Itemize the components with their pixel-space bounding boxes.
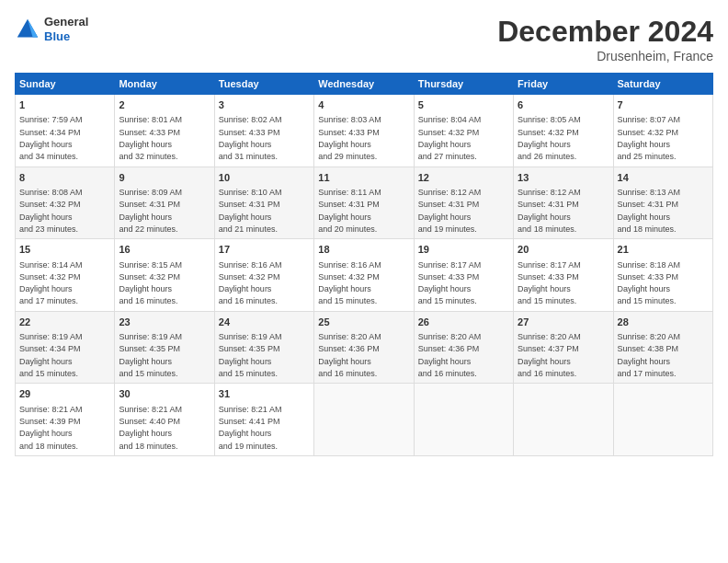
day-info: Sunrise: 8:16 AMSunset: 4:32 PMDaylight … [219,260,282,306]
day-number: 30 [119,387,210,401]
table-row: 17 Sunrise: 8:16 AMSunset: 4:32 PMDaylig… [214,239,313,312]
table-row [314,384,414,456]
day-info: Sunrise: 8:21 AMSunset: 4:41 PMDaylight … [219,405,282,451]
logo-text: General Blue [44,15,88,43]
day-number: 4 [318,98,409,112]
table-row: 16 Sunrise: 8:15 AMSunset: 4:32 PMDaylig… [115,239,214,312]
logo-icon [15,17,40,42]
table-row: 19 Sunrise: 8:17 AMSunset: 4:33 PMDaylig… [414,239,513,312]
table-row: 21 Sunrise: 8:18 AMSunset: 4:33 PMDaylig… [613,239,712,312]
day-number: 13 [518,171,609,185]
day-number: 7 [618,98,709,112]
page-title: December 2024 [497,15,713,49]
day-info: Sunrise: 8:17 AMSunset: 4:33 PMDaylight … [518,260,581,306]
day-number: 12 [418,171,509,185]
title-block: December 2024 Drusenheim, France [497,15,713,63]
calendar-week-row: 22 Sunrise: 8:19 AMSunset: 4:34 PMDaylig… [16,311,713,384]
day-number: 11 [318,171,409,185]
table-row: 13 Sunrise: 8:12 AMSunset: 4:31 PMDaylig… [514,167,613,239]
col-sunday: Sunday [16,74,115,95]
table-row: 22 Sunrise: 8:19 AMSunset: 4:34 PMDaylig… [16,311,115,384]
day-info: Sunrise: 8:20 AMSunset: 4:38 PMDaylight … [618,332,681,378]
table-row: 1 Sunrise: 7:59 AMSunset: 4:34 PMDayligh… [16,95,115,167]
page-subtitle: Drusenheim, France [497,49,713,63]
table-row: 24 Sunrise: 8:19 AMSunset: 4:35 PMDaylig… [214,311,313,384]
day-info: Sunrise: 8:10 AMSunset: 4:31 PMDaylight … [219,188,282,234]
table-row: 9 Sunrise: 8:09 AMSunset: 4:31 PMDayligh… [115,167,214,239]
table-row: 7 Sunrise: 8:07 AMSunset: 4:32 PMDayligh… [613,95,712,167]
col-thursday: Thursday [414,74,513,95]
day-number: 1 [19,98,110,112]
day-info: Sunrise: 8:12 AMSunset: 4:31 PMDaylight … [518,188,581,234]
table-row: 15 Sunrise: 8:14 AMSunset: 4:32 PMDaylig… [16,239,115,312]
day-number: 23 [119,316,210,329]
day-info: Sunrise: 8:21 AMSunset: 4:40 PMDaylight … [119,405,182,451]
table-row: 5 Sunrise: 8:04 AMSunset: 4:32 PMDayligh… [414,95,513,167]
table-row: 12 Sunrise: 8:12 AMSunset: 4:31 PMDaylig… [414,167,513,239]
table-row: 29 Sunrise: 8:21 AMSunset: 4:39 PMDaylig… [16,384,115,456]
col-wednesday: Wednesday [314,74,414,95]
day-number: 20 [518,243,609,257]
day-info: Sunrise: 8:05 AMSunset: 4:32 PMDaylight … [518,115,581,161]
table-row: 30 Sunrise: 8:21 AMSunset: 4:40 PMDaylig… [115,384,214,456]
day-number: 29 [19,387,110,401]
day-number: 22 [19,316,110,329]
table-row: 10 Sunrise: 8:10 AMSunset: 4:31 PMDaylig… [214,167,313,239]
day-number: 8 [19,171,110,185]
day-info: Sunrise: 8:17 AMSunset: 4:33 PMDaylight … [418,260,482,306]
table-row [414,384,513,456]
day-info: Sunrise: 8:09 AMSunset: 4:31 PMDaylight … [119,188,182,234]
day-info: Sunrise: 8:11 AMSunset: 4:31 PMDaylight … [318,188,381,234]
day-info: Sunrise: 8:07 AMSunset: 4:32 PMDaylight … [618,115,681,161]
table-row: 26 Sunrise: 8:20 AMSunset: 4:36 PMDaylig… [414,311,513,384]
day-number: 26 [418,316,509,329]
day-number: 21 [618,243,709,257]
day-info: Sunrise: 8:13 AMSunset: 4:31 PMDaylight … [618,188,681,234]
day-number: 18 [318,243,409,257]
header: General Blue December 2024 Drusenheim, F… [15,15,713,63]
day-number: 16 [119,243,210,257]
day-number: 31 [219,387,310,401]
day-number: 14 [618,171,709,185]
table-row: 2 Sunrise: 8:01 AMSunset: 4:33 PMDayligh… [115,95,214,167]
col-monday: Monday [115,74,214,95]
day-info: Sunrise: 8:16 AMSunset: 4:32 PMDaylight … [318,260,381,306]
calendar-week-row: 29 Sunrise: 8:21 AMSunset: 4:39 PMDaylig… [16,384,713,456]
day-info: Sunrise: 8:18 AMSunset: 4:33 PMDaylight … [618,260,681,306]
calendar-table: Sunday Monday Tuesday Wednesday Thursday… [15,73,713,456]
table-row: 6 Sunrise: 8:05 AMSunset: 4:32 PMDayligh… [514,95,613,167]
table-row: 18 Sunrise: 8:16 AMSunset: 4:32 PMDaylig… [314,239,414,312]
day-number: 28 [618,316,709,329]
table-row: 11 Sunrise: 8:11 AMSunset: 4:31 PMDaylig… [314,167,414,239]
day-info: Sunrise: 8:08 AMSunset: 4:32 PMDaylight … [19,188,83,234]
table-row: 20 Sunrise: 8:17 AMSunset: 4:33 PMDaylig… [514,239,613,312]
day-number: 9 [119,171,210,185]
day-number: 27 [518,316,609,329]
col-friday: Friday [514,74,613,95]
day-info: Sunrise: 8:21 AMSunset: 4:39 PMDaylight … [19,405,83,451]
table-row: 3 Sunrise: 8:02 AMSunset: 4:33 PMDayligh… [214,95,313,167]
table-row: 23 Sunrise: 8:19 AMSunset: 4:35 PMDaylig… [115,311,214,384]
day-info: Sunrise: 8:20 AMSunset: 4:37 PMDaylight … [518,332,581,378]
day-number: 10 [219,171,310,185]
calendar-header-row: Sunday Monday Tuesday Wednesday Thursday… [16,74,713,95]
day-info: Sunrise: 8:04 AMSunset: 4:32 PMDaylight … [418,115,482,161]
day-info: Sunrise: 8:15 AMSunset: 4:32 PMDaylight … [119,260,182,306]
table-row: 31 Sunrise: 8:21 AMSunset: 4:41 PMDaylig… [214,384,313,456]
logo-general: General [44,15,88,29]
day-number: 19 [418,243,509,257]
day-info: Sunrise: 8:01 AMSunset: 4:33 PMDaylight … [119,115,182,161]
day-number: 3 [219,98,310,112]
table-row: 27 Sunrise: 8:20 AMSunset: 4:37 PMDaylig… [514,311,613,384]
day-info: Sunrise: 8:20 AMSunset: 4:36 PMDaylight … [318,332,381,378]
day-number: 15 [19,243,110,257]
table-row: 25 Sunrise: 8:20 AMSunset: 4:36 PMDaylig… [314,311,414,384]
day-number: 6 [518,98,609,112]
day-number: 25 [318,316,409,329]
calendar-week-row: 15 Sunrise: 8:14 AMSunset: 4:32 PMDaylig… [16,239,713,312]
table-row [613,384,712,456]
col-saturday: Saturday [613,74,712,95]
day-number: 24 [219,316,310,329]
day-info: Sunrise: 8:03 AMSunset: 4:33 PMDaylight … [318,115,381,161]
table-row: 4 Sunrise: 8:03 AMSunset: 4:33 PMDayligh… [314,95,414,167]
